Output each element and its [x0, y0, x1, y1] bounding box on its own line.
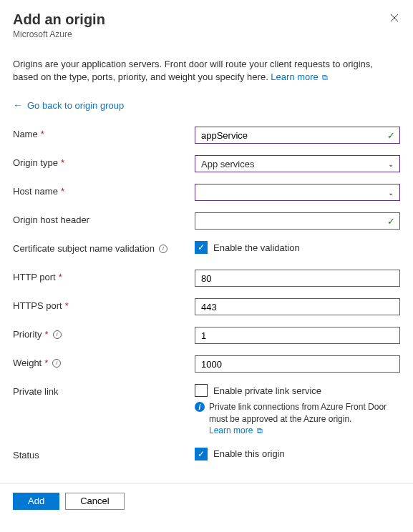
info-icon[interactable]: i: [53, 330, 62, 339]
back-link[interactable]: ← Go back to origin group: [13, 99, 400, 111]
info-icon[interactable]: i: [159, 245, 167, 253]
chevron-down-icon: ⌄: [388, 160, 394, 168]
learn-more-link[interactable]: Learn more ⧉: [271, 72, 328, 82]
info-icon[interactable]: i: [52, 359, 61, 368]
external-link-icon: ⧉: [322, 73, 328, 82]
origin-type-label: Origin type: [13, 157, 58, 168]
page-subtitle: Microsoft Azure: [13, 29, 105, 39]
cert-validation-label: Certificate subject name validation: [13, 243, 155, 254]
origin-host-header-label: Origin host header: [13, 215, 89, 225]
private-link-checkbox-label: Enable private link service: [213, 385, 321, 396]
priority-label: Priority: [13, 329, 42, 340]
origin-host-header-input[interactable]: [195, 212, 400, 230]
add-button[interactable]: Add: [13, 493, 59, 510]
required-star: *: [44, 329, 48, 340]
info-icon: i: [195, 402, 205, 412]
https-port-input[interactable]: [195, 298, 400, 315]
close-icon: [390, 14, 399, 22]
required-star: *: [44, 358, 48, 368]
name-input[interactable]: [195, 127, 400, 144]
chevron-down-icon: ⌄: [388, 189, 394, 197]
private-link-label: Private link: [13, 386, 59, 397]
cancel-button[interactable]: Cancel: [65, 493, 124, 510]
private-link-info-text: Private link connections from Azure Fron…: [209, 402, 387, 423]
required-star: *: [61, 186, 64, 197]
description-text: Origins are your application servers. Fr…: [13, 58, 400, 84]
arrow-left-icon: ←: [13, 99, 23, 111]
required-star: *: [61, 157, 64, 168]
cert-validation-checkbox[interactable]: ✓: [195, 241, 208, 254]
https-port-label: HTTPS port: [13, 300, 62, 311]
status-label: Status: [13, 450, 39, 460]
http-port-label: HTTP port: [13, 272, 56, 282]
priority-input[interactable]: [195, 327, 400, 344]
required-star: *: [59, 272, 62, 282]
checkmark-icon: ✓: [387, 130, 395, 141]
private-link-learn-more[interactable]: Learn more ⧉: [209, 425, 263, 435]
status-checkbox[interactable]: ✓: [195, 448, 208, 460]
http-port-input[interactable]: [195, 270, 400, 287]
checkmark-icon: ✓: [387, 216, 395, 227]
host-name-select[interactable]: ⌄: [195, 184, 400, 201]
private-link-checkbox[interactable]: [195, 384, 208, 397]
required-star: *: [65, 300, 69, 311]
required-star: *: [41, 129, 44, 139]
weight-label: Weight: [13, 358, 42, 368]
close-button[interactable]: [390, 11, 400, 24]
origin-type-select[interactable]: App services ⌄: [195, 155, 400, 172]
page-title: Add an origin: [13, 11, 105, 28]
external-link-icon: ⧉: [257, 426, 263, 435]
cert-validation-checkbox-label: Enable the validation: [213, 242, 300, 253]
host-name-label: Host name: [13, 186, 58, 197]
status-checkbox-label: Enable this origin: [213, 448, 285, 459]
name-label: Name: [13, 129, 38, 139]
weight-input[interactable]: [195, 355, 400, 373]
